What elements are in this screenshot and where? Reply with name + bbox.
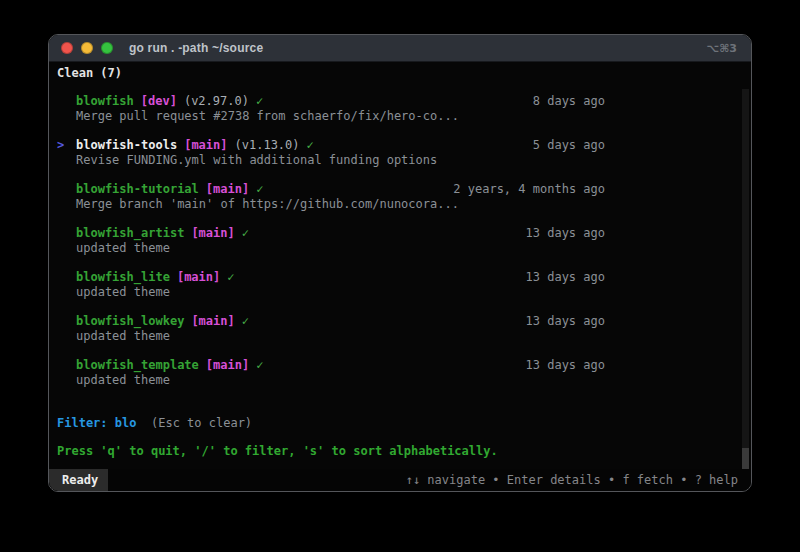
clean-check-icon: ✓ [307, 138, 314, 153]
repo-row-title-line: blowfish-tutorial [main] ✓ 2 years, 4 mo… [57, 182, 605, 197]
clean-check-icon: ✓ [256, 94, 263, 109]
repo-branch: [main] [206, 182, 249, 197]
repo-row[interactable]: blowfish_lite [main] ✓ 13 days ago updat… [57, 270, 605, 300]
repo-last-commit-time: 13 days ago [526, 358, 605, 373]
titlebar: go run . -path ~/source ⌥⌘3 [49, 35, 751, 62]
repo-row[interactable]: blowfish_template [main] ✓ 13 days ago u… [57, 358, 605, 388]
repo-name: blowfish-tools [76, 138, 177, 153]
repo-row[interactable]: blowfish_lowkey [main] ✓ 13 days ago upd… [57, 314, 605, 344]
clean-check-icon: ✓ [256, 358, 263, 373]
repo-last-commit-time: 5 days ago [533, 138, 605, 153]
repo-row-title-line: blowfish_lowkey [main] ✓ 13 days ago [57, 314, 605, 329]
repo-branch: [main] [177, 270, 220, 285]
group-header: Clean (7) [57, 66, 743, 81]
repo-row[interactable]: > blowfish-tools [main] (v1.13.0) ✓ 5 da… [57, 138, 605, 168]
repo-row-message-line: updated theme [57, 285, 605, 300]
repo-row-message-line: Merge branch 'main' of https://github.co… [57, 197, 605, 212]
filter-value[interactable]: blo [115, 416, 137, 430]
repo-row-message-line: Merge pull request #2738 from schaerfo/f… [57, 109, 605, 124]
repo-commit-message: updated theme [76, 373, 170, 388]
repo-row[interactable]: blowfish_artist [main] ✓ 13 days ago upd… [57, 226, 605, 256]
traffic-lights [61, 42, 113, 54]
repo-row-title-line: blowfish_artist [main] ✓ 13 days ago [57, 226, 605, 241]
repo-branch: [main] [191, 226, 234, 241]
status-keybinding-hints: ↑↓ navigate • Enter details • f fetch • … [406, 473, 738, 487]
scrollbar-thumb[interactable] [742, 448, 749, 470]
repo-last-commit-time: 13 days ago [526, 270, 605, 285]
clean-check-icon: ✓ [242, 314, 249, 329]
filter-clear-hint: (Esc to clear) [151, 416, 252, 430]
repo-name: blowfish_lowkey [76, 314, 184, 329]
terminal-content: Clean (7) blowfish [dev] (v2.97.0) ✓ 8 d… [49, 62, 751, 472]
repo-name: blowfish_lite [76, 270, 170, 285]
repo-branch: [main] [191, 314, 234, 329]
filter-label: Filter: [57, 416, 108, 430]
repo-last-commit-time: 8 days ago [533, 94, 605, 109]
repo-row-message-line: updated theme [57, 373, 605, 388]
repo-name: blowfish-tutorial [76, 182, 199, 197]
repo-row-message-line: updated theme [57, 241, 605, 256]
repo-name: blowfish_template [76, 358, 199, 373]
repo-row-message-line: Revise FUNDING.yml with additional fundi… [57, 153, 605, 168]
repo-row-title-line: > blowfish-tools [main] (v1.13.0) ✓ 5 da… [57, 138, 605, 153]
repo-commit-message: updated theme [76, 285, 170, 300]
window-title: go run . -path ~/source [129, 41, 263, 55]
clean-check-icon: ✓ [256, 182, 263, 197]
repo-commit-message: updated theme [76, 329, 170, 344]
window-shortcut-badge: ⌥⌘3 [706, 42, 737, 55]
repo-last-commit-time: 13 days ago [526, 314, 605, 329]
repo-version: (v1.13.0) [235, 138, 300, 153]
repo-commit-message: updated theme [76, 241, 170, 256]
clean-check-icon: ✓ [242, 226, 249, 241]
minimize-button-icon[interactable] [81, 42, 93, 54]
repo-commit-message: Revise FUNDING.yml with additional fundi… [76, 153, 437, 168]
scrollbar-track[interactable] [742, 89, 749, 470]
repo-row[interactable]: blowfish [dev] (v2.97.0) ✓ 8 days ago Me… [57, 94, 605, 124]
repo-branch: [dev] [141, 94, 177, 109]
repo-last-commit-time: 2 years, 4 months ago [453, 182, 605, 197]
repo-version: (v2.97.0) [184, 94, 249, 109]
repo-name: blowfish_artist [76, 226, 184, 241]
status-state-badge: Ready [49, 469, 108, 491]
status-bar: Ready ↑↓ navigate • Enter details • f fe… [49, 469, 751, 491]
close-button-icon[interactable] [61, 42, 73, 54]
repo-branch: [main] [184, 138, 227, 153]
repo-row[interactable]: blowfish-tutorial [main] ✓ 2 years, 4 mo… [57, 182, 605, 212]
repo-commit-message: Merge branch 'main' of https://github.co… [76, 197, 459, 212]
repo-row-title-line: blowfish_template [main] ✓ 13 days ago [57, 358, 605, 373]
repo-last-commit-time: 13 days ago [526, 226, 605, 241]
selection-cursor: > [57, 138, 64, 152]
repo-row-title-line: blowfish_lite [main] ✓ 13 days ago [57, 270, 605, 285]
zoom-button-icon[interactable] [101, 42, 113, 54]
help-line: Press 'q' to quit, '/' to filter, 's' to… [57, 444, 743, 459]
repo-commit-message: Merge pull request #2738 from schaerfo/f… [76, 109, 459, 124]
clean-check-icon: ✓ [227, 270, 234, 285]
repo-name: blowfish [76, 94, 134, 109]
filter-line: Filter: blo (Esc to clear) [57, 416, 743, 431]
repo-row-message-line: updated theme [57, 329, 605, 344]
terminal-window: go run . -path ~/source ⌥⌘3 Clean (7) bl… [48, 34, 752, 492]
repo-branch: [main] [206, 358, 249, 373]
repo-row-title-line: blowfish [dev] (v2.97.0) ✓ 8 days ago [57, 94, 605, 109]
repo-list: blowfish [dev] (v2.97.0) ✓ 8 days ago Me… [57, 94, 605, 388]
